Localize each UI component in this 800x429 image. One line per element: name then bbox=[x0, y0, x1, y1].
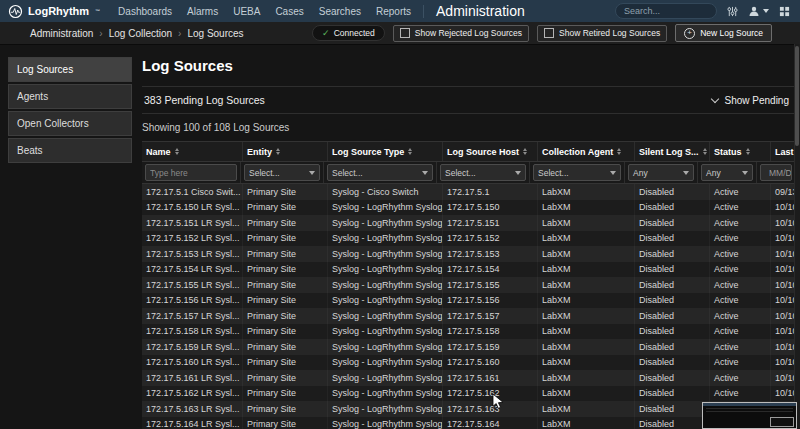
nav-item-alarms[interactable]: Alarms bbox=[187, 6, 218, 17]
column-header-collection-agent[interactable]: Collection Agent bbox=[538, 142, 635, 161]
cell-log-source-host: 172.17.5.156 bbox=[443, 293, 538, 309]
column-header-log-source-type[interactable]: Log Source Type bbox=[328, 142, 443, 161]
cell-name: 172.17.5.153 LR Sysl... bbox=[142, 246, 243, 262]
table-row[interactable]: 172.17.5.158 LR Sysl...Primary SiteSyslo… bbox=[142, 324, 795, 340]
show-retired-checkbox[interactable]: Show Retired Log Sources bbox=[537, 25, 667, 42]
cell-log-source-host: 172.17.5.162 bbox=[443, 386, 538, 402]
vertical-scrollbar[interactable] bbox=[794, 44, 800, 429]
checkbox-box[interactable] bbox=[400, 28, 410, 38]
cell-status: Active bbox=[710, 231, 771, 247]
table-row[interactable]: 172.17.5.150 LR Sysl...Primary SiteSyslo… bbox=[142, 200, 795, 216]
column-header-entity[interactable]: Entity bbox=[243, 142, 328, 161]
mouse-cursor bbox=[492, 393, 504, 410]
table-row[interactable]: 172.17.5.155 LR Sysl...Primary SiteSyslo… bbox=[142, 277, 795, 293]
table-row[interactable]: 172.17.5.153 LR Sysl...Primary SiteSyslo… bbox=[142, 246, 795, 262]
nav-item-dashboards[interactable]: Dashboards bbox=[118, 6, 172, 17]
breadcrumb-item-log-sources[interactable]: Log Sources bbox=[187, 28, 243, 39]
cell-entity: Primary Site bbox=[243, 370, 328, 386]
caret-down-icon bbox=[610, 171, 616, 175]
sort-icon[interactable] bbox=[276, 148, 280, 155]
cell-name: 172.17.5.164 LR Sysl... bbox=[142, 417, 243, 429]
table-row[interactable]: 172.17.5.161 LR Sysl...Primary SiteSyslo… bbox=[142, 370, 795, 386]
sidebar-item-agents[interactable]: Agents bbox=[8, 84, 132, 109]
sort-icon[interactable] bbox=[523, 148, 527, 155]
sort-icon[interactable] bbox=[703, 148, 707, 155]
table-row[interactable]: 172.17.5.159 LR Sysl...Primary SiteSyslo… bbox=[142, 339, 795, 355]
table-row[interactable]: 172.17.5.164 LR Sysl...Primary SiteSyslo… bbox=[142, 417, 795, 429]
filter-status-select[interactable]: Any bbox=[701, 164, 753, 181]
filter-entity-select[interactable]: Select... bbox=[244, 164, 320, 181]
sort-icon[interactable] bbox=[175, 148, 179, 155]
filter-cell-name bbox=[142, 162, 241, 183]
table-row[interactable]: 172.17.5.156 LR Sysl...Primary SiteSyslo… bbox=[142, 293, 795, 309]
table-row[interactable]: 172.17.5.1 Cisco Swit...Primary SiteSysl… bbox=[142, 184, 795, 200]
table-row[interactable]: 172.17.5.163 LR Sysl...Primary SiteSyslo… bbox=[142, 401, 795, 417]
scrollbar-thumb[interactable] bbox=[795, 46, 799, 146]
nav-item-reports[interactable]: Reports bbox=[376, 6, 411, 17]
user-menu[interactable] bbox=[748, 5, 769, 17]
caret-down-icon bbox=[422, 171, 428, 175]
settings-sliders-icon[interactable] bbox=[727, 6, 738, 17]
filter-name-input[interactable] bbox=[145, 164, 237, 181]
user-icon bbox=[748, 5, 760, 17]
nav-item-ueba[interactable]: UEBA bbox=[233, 6, 260, 17]
caret-down-icon bbox=[309, 171, 315, 175]
cell-silent-log-s: Disabled bbox=[635, 339, 710, 355]
logrhythm-logo-icon bbox=[8, 4, 23, 19]
table-row[interactable]: 172.17.5.151 LR Sysl...Primary SiteSyslo… bbox=[142, 215, 795, 231]
filter-collection-agent-select[interactable]: Select... bbox=[533, 164, 621, 181]
global-search-input[interactable] bbox=[615, 3, 717, 19]
column-header-log-source-host[interactable]: Log Source Host bbox=[443, 142, 538, 161]
filter-log-source-type-select[interactable]: Select... bbox=[327, 164, 433, 181]
filter-last-log-date-input[interactable]: MM/DD/YYYY bbox=[760, 164, 792, 181]
show-rejected-checkbox[interactable]: Show Rejected Log Sources bbox=[393, 25, 529, 42]
checkbox-box[interactable] bbox=[544, 28, 554, 38]
nav-item-searches[interactable]: Searches bbox=[319, 6, 361, 17]
column-header-last-log-message[interactable]: Last Log Message bbox=[771, 142, 795, 161]
table-row[interactable]: 172.17.5.157 LR Sysl...Primary SiteSyslo… bbox=[142, 308, 795, 324]
pip-content-line bbox=[706, 411, 793, 412]
breadcrumb-item-log-collection[interactable]: Log Collection bbox=[109, 28, 172, 39]
cell-log-source-type: Syslog - LogRhythm Syslog Ge... bbox=[328, 386, 443, 402]
table-row[interactable]: 172.17.5.152 LR Sysl...Primary SiteSyslo… bbox=[142, 231, 795, 247]
filter-log-source-host-select[interactable]: Select... bbox=[440, 164, 526, 181]
column-header-name[interactable]: Name bbox=[142, 142, 243, 161]
show-pending-toggle[interactable]: Show Pending bbox=[712, 95, 794, 106]
column-label: Log Source Host bbox=[447, 147, 519, 157]
nav-section-administration[interactable]: Administration bbox=[436, 3, 525, 19]
connection-status-badge: ✓ Connected bbox=[312, 25, 385, 41]
apps-grid-icon[interactable] bbox=[779, 6, 790, 17]
cell-last-log-message: 10/10/2023 8:03 am bbox=[771, 231, 795, 247]
table-row[interactable]: 172.17.5.154 LR Sysl...Primary SiteSyslo… bbox=[142, 262, 795, 278]
cell-log-source-type: Syslog - LogRhythm Syslog Ge... bbox=[328, 355, 443, 371]
cell-entity: Primary Site bbox=[243, 262, 328, 278]
logrhythm-logo[interactable]: LogRhythm™ bbox=[8, 4, 100, 19]
breadcrumb-item-administration[interactable]: Administration bbox=[30, 28, 93, 39]
sidebar-item-beats[interactable]: Beats bbox=[8, 138, 132, 163]
cell-entity: Primary Site bbox=[243, 386, 328, 402]
cell-collection-agent: LabXM bbox=[538, 293, 635, 309]
sort-icon[interactable] bbox=[408, 148, 412, 155]
sidebar-item-open-collectors[interactable]: Open Collectors bbox=[8, 111, 132, 136]
sort-icon[interactable] bbox=[617, 148, 621, 155]
column-header-status[interactable]: Status bbox=[710, 142, 771, 161]
column-header-silent-log-s[interactable]: Silent Log S... bbox=[635, 142, 710, 161]
cell-name: 172.17.5.160 LR Sysl... bbox=[142, 355, 243, 371]
new-log-source-button[interactable]: + New Log Source bbox=[675, 24, 772, 42]
cell-log-source-host: 172.17.5.153 bbox=[443, 246, 538, 262]
table-row[interactable]: 172.17.5.160 LR Sysl...Primary SiteSyslo… bbox=[142, 355, 795, 371]
filter-silent-log-source-select[interactable]: Any bbox=[628, 164, 694, 181]
cell-silent-log-s: Disabled bbox=[635, 355, 710, 371]
table-row[interactable]: 172.17.5.162 LR Sysl...Primary SiteSyslo… bbox=[142, 386, 795, 402]
nav-divider bbox=[423, 5, 424, 18]
cell-name: 172.17.5.151 LR Sysl... bbox=[142, 215, 243, 231]
sort-icon[interactable] bbox=[746, 148, 750, 155]
sidebar-item-log-sources[interactable]: Log Sources bbox=[8, 57, 132, 82]
cell-entity: Primary Site bbox=[243, 401, 328, 417]
cell-silent-log-s: Disabled bbox=[635, 324, 710, 340]
nav-item-cases[interactable]: Cases bbox=[275, 6, 303, 17]
caret-down-icon bbox=[742, 171, 748, 175]
column-label: Last Log Message bbox=[775, 147, 795, 157]
cell-log-source-host: 172.17.5.151 bbox=[443, 215, 538, 231]
cell-name: 172.17.5.162 LR Sysl... bbox=[142, 386, 243, 402]
